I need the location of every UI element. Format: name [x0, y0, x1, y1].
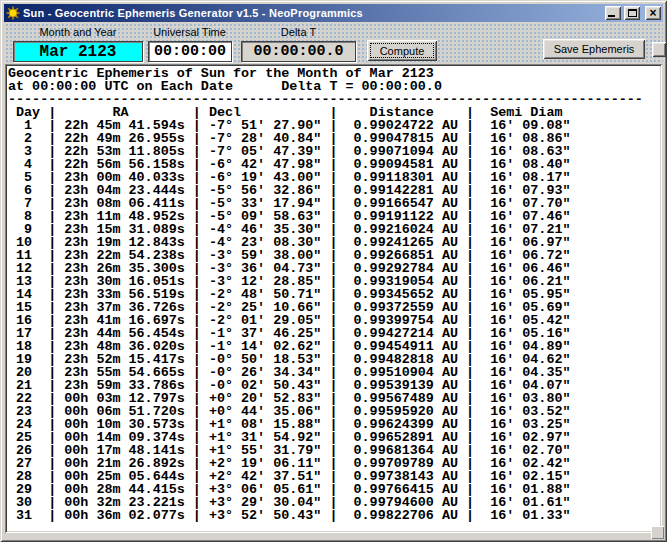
- delta-t-label: Delta T: [241, 26, 356, 38]
- compute-button-label: Compute: [370, 43, 434, 58]
- window-title: Sun - Geocentric Ephemeris Generator v1.…: [23, 7, 602, 19]
- close-button[interactable]: ×: [645, 6, 661, 20]
- maximize-button[interactable]: [624, 6, 640, 20]
- sun-app-icon: [6, 6, 20, 20]
- toolbar-small-button[interactable]: [652, 42, 666, 57]
- save-ephemeris-button[interactable]: Save Ephemeris: [543, 39, 645, 59]
- resize-grip[interactable]: [651, 526, 664, 539]
- minimize-button[interactable]: [605, 6, 621, 20]
- minimize-icon: [608, 15, 615, 17]
- close-icon: ×: [649, 8, 656, 18]
- titlebar[interactable]: Sun - Geocentric Ephemeris Generator v1.…: [4, 4, 663, 22]
- universal-time-label: Universal Time: [147, 26, 232, 38]
- maximize-icon: [628, 9, 637, 17]
- compute-button[interactable]: Compute: [367, 40, 437, 61]
- month-year-field[interactable]: Mar 2123: [13, 41, 143, 62]
- month-year-label: Month and Year: [13, 26, 143, 38]
- toolbar: Month and Year Universal Time Delta T Ma…: [4, 22, 663, 64]
- universal-time-field[interactable]: 00:00:00: [148, 41, 232, 62]
- ephemeris-report: Geocentric Ephemeris of Sun for the Mont…: [5, 64, 662, 533]
- delta-t-field[interactable]: 00:00:00.0: [241, 41, 356, 62]
- ephemeris-table: Geocentric Ephemeris of Sun for the Mont…: [5, 64, 662, 522]
- app-window: Sun - Geocentric Ephemeris Generator v1.…: [0, 0, 667, 542]
